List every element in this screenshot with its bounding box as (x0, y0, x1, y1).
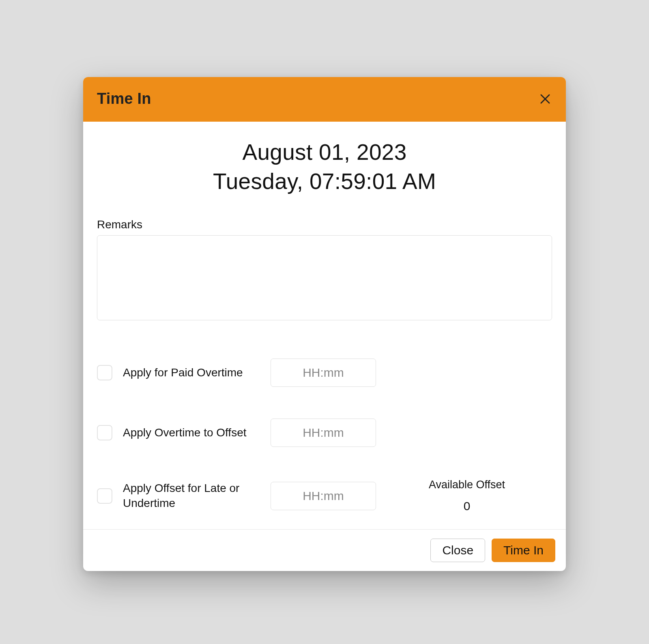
available-offset-label: Available Offset (382, 479, 552, 491)
option-offset-late: Apply Offset for Late or Undertime Avail… (97, 479, 552, 513)
close-button[interactable]: Close (430, 539, 485, 562)
offset-late-label: Apply Offset for Late or Undertime (123, 481, 265, 511)
close-icon[interactable] (538, 92, 552, 106)
remarks-input[interactable] (97, 235, 552, 320)
available-offset-block: Available Offset 0 (382, 479, 552, 513)
datetime-display: August 01, 2023 Tuesday, 07:59:01 AM (97, 138, 552, 196)
overtime-offset-label: Apply Overtime to Offset (123, 425, 265, 440)
date-line: August 01, 2023 (97, 138, 552, 167)
time-in-modal: Time In August 01, 2023 Tuesday, 07:59:0… (83, 77, 566, 571)
paid-overtime-label: Apply for Paid Overtime (123, 365, 265, 380)
time-in-button[interactable]: Time In (492, 539, 555, 562)
overtime-offset-checkbox[interactable] (97, 425, 112, 440)
options-section: Apply for Paid Overtime Apply Overtime t… (97, 358, 552, 513)
paid-overtime-checkbox[interactable] (97, 365, 112, 380)
overtime-offset-time-input[interactable] (271, 419, 376, 447)
remarks-label: Remarks (97, 218, 552, 231)
modal-title: Time In (97, 90, 151, 107)
paid-overtime-time-input[interactable] (271, 358, 376, 387)
option-paid-overtime: Apply for Paid Overtime (97, 358, 552, 387)
option-overtime-offset: Apply Overtime to Offset (97, 419, 552, 447)
modal-header: Time In (83, 77, 566, 122)
offset-late-checkbox[interactable] (97, 488, 112, 504)
modal-footer: Close Time In (83, 529, 566, 571)
remarks-field: Remarks (97, 218, 552, 322)
modal-body: August 01, 2023 Tuesday, 07:59:01 AM Rem… (83, 122, 566, 529)
day-time-line: Tuesday, 07:59:01 AM (97, 167, 552, 196)
offset-late-time-input[interactable] (271, 482, 376, 510)
available-offset-value: 0 (382, 499, 552, 513)
